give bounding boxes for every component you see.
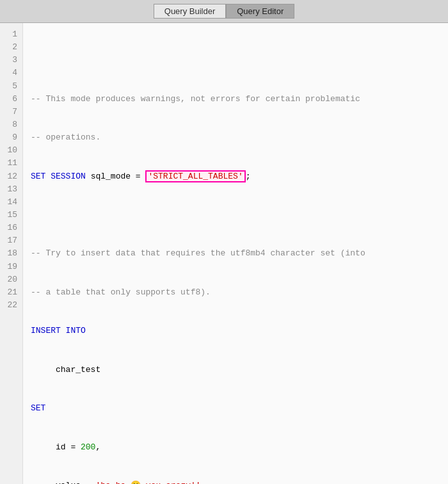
code-line-1 bbox=[31, 54, 440, 67]
code-line-2: -- This mode produces warnings, not erro… bbox=[31, 93, 440, 106]
query-editor-button[interactable]: Query Editor bbox=[226, 4, 294, 19]
code-content[interactable]: -- This mode produces warnings, not erro… bbox=[23, 23, 448, 484]
code-area[interactable]: 12345 678910 1112131415 1617181920 2122 … bbox=[0, 23, 448, 484]
code-line-10: SET bbox=[31, 402, 440, 415]
code-line-9: char_test bbox=[31, 364, 440, 376]
code-line-3: -- operations. bbox=[31, 131, 440, 144]
toolbar: Query BuilderQuery Editor bbox=[0, 0, 448, 23]
code-line-4: SET SESSION sql_mode = 'STRICT_ALL_TABLE… bbox=[31, 170, 440, 183]
code-line-7: -- a table that only supports utf8). bbox=[31, 286, 440, 299]
code-line-11: id = 200, bbox=[31, 441, 440, 454]
code-line-8: INSERT INTO bbox=[31, 325, 440, 337]
code-line-6: -- Try to insert data that requires the … bbox=[31, 247, 440, 260]
code-line-5 bbox=[31, 209, 440, 222]
query-builder-button[interactable]: Query Builder bbox=[154, 4, 226, 19]
code-line-12: value = 'ha ha 😀 you crazy!' bbox=[31, 480, 440, 484]
editor-container: 12345 678910 1112131415 1617181920 2122 … bbox=[0, 23, 448, 484]
line-numbers: 12345 678910 1112131415 1617181920 2122 bbox=[0, 23, 23, 484]
